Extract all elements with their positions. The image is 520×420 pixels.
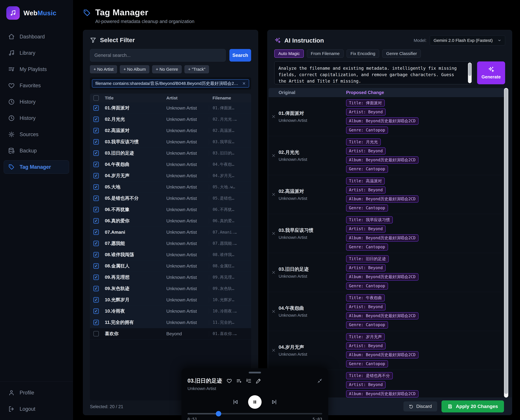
table-row[interactable]: 06.不再犹豫Unknown Artist06.不再犹… (90, 204, 251, 215)
add-to-playlist-icon[interactable] (236, 378, 242, 383)
proposed-change-chip[interactable]: Genre: Cantopop (346, 243, 388, 251)
row-checkbox[interactable] (93, 195, 99, 201)
review-scrollbar[interactable] (504, 88, 508, 398)
discard-button[interactable]: Discard (404, 401, 437, 412)
remove-change-button[interactable] (269, 154, 279, 158)
sidebar-item-history[interactable]: History (4, 95, 69, 109)
table-row[interactable]: 04.午夜怨曲Unknown Artist04.午夜怨… (90, 159, 251, 170)
quick-filter-chip[interactable]: + No Album (120, 65, 149, 73)
table-row[interactable]: 08.谁伴我闯荡Unknown Artist08.谁伴我… (90, 249, 251, 260)
table-row[interactable]: 10.光辉岁月Unknown Artist10.光辉岁… (90, 294, 251, 306)
row-checkbox[interactable] (93, 139, 99, 145)
row-checkbox[interactable] (93, 128, 99, 133)
row-checkbox[interactable] (93, 263, 99, 269)
proposed-change-chip[interactable]: Artist: Beyond (346, 264, 386, 271)
table-row[interactable]: 11.完全的拥有Unknown Artist11.完全的… (90, 317, 251, 328)
row-checkbox[interactable] (93, 173, 99, 179)
proposed-change-chip[interactable]: Artist: Beyond (346, 303, 386, 310)
sidebar-item-my-playlists[interactable]: My Playlists (4, 63, 69, 76)
proposed-change-chip[interactable]: Title: 旧日的足迹 (346, 255, 389, 262)
proposed-change-chip[interactable]: Artist: Beyond (346, 381, 386, 388)
row-checkbox[interactable] (93, 218, 99, 224)
column-header-filename[interactable]: Filename (209, 96, 251, 100)
proposed-change-chip[interactable]: Title: 我早应该习惯 (346, 216, 393, 224)
row-checkbox[interactable] (93, 308, 99, 314)
sidebar-item-profile[interactable]: Profile (4, 386, 69, 399)
proposed-change-chip[interactable]: Album: Beyond历史最好演唱会2CD (346, 117, 419, 125)
sidebar-item-favorites[interactable]: Favorites (4, 79, 69, 92)
proposed-change-chip[interactable]: Album: Beyond历史最好演唱会2CD (346, 273, 419, 280)
row-checkbox[interactable] (93, 229, 99, 235)
table-row[interactable]: 03.我早应该习惯Unknown Artist03.我早应… (90, 136, 251, 148)
table-row[interactable]: 01.俾面派对Unknown Artist01.俾面派… (90, 102, 251, 114)
row-checkbox[interactable] (93, 241, 99, 246)
row-checkbox[interactable] (93, 150, 99, 156)
row-checkbox[interactable] (93, 117, 99, 122)
proposed-change-chip[interactable]: Artist: Beyond (346, 225, 386, 232)
table-row[interactable]: 04.岁月无声Unknown Artist04.岁月无… (90, 170, 251, 181)
table-row[interactable]: 05.是错也再不分Unknown Artist05.是错也… (90, 193, 251, 204)
proposed-change-chip[interactable]: Artist: Beyond (346, 108, 386, 116)
column-header-artist[interactable]: Artist (166, 96, 209, 100)
seek-bar-thumb[interactable] (216, 411, 221, 416)
proposed-change-chip[interactable]: Title: 高温派对 (346, 177, 385, 185)
table-row[interactable]: 05.大地Unknown Artist05.大地.w… (90, 181, 251, 193)
remove-change-button[interactable] (269, 192, 279, 196)
instruction-input[interactable]: Analyze the filename and existing metada… (274, 61, 473, 84)
mode-chip-genre-classifier[interactable]: Genre Classifier (382, 49, 421, 58)
active-filter-chip[interactable]: filename contains:sharedata/音乐/Beyond/B0… (92, 79, 249, 88)
row-checkbox[interactable] (93, 252, 99, 257)
row-checkbox[interactable] (93, 105, 99, 111)
row-checkbox[interactable] (93, 184, 99, 190)
apply-changes-button[interactable]: Apply 20 Changes (442, 400, 504, 412)
favorite-icon[interactable] (226, 378, 232, 383)
mode-chip-from-filename[interactable]: From Filename (307, 49, 343, 58)
sidebar-item-logout[interactable]: Logout (4, 402, 69, 416)
select-all-checkbox[interactable] (93, 95, 99, 101)
table-row[interactable]: 07.AmaniUnknown Artist07.Amani.… (90, 226, 251, 238)
quick-filter-chip[interactable]: + No Artist (90, 65, 117, 73)
proposed-change-chip[interactable]: Album: Beyond历史最好演唱会2CD (346, 312, 419, 319)
proposed-change-chip[interactable]: Album: Beyond历史最好演唱会2CD (346, 351, 419, 359)
proposed-change-chip[interactable]: Title: 岁月无声 (346, 333, 385, 340)
sidebar-item-library[interactable]: Library (4, 46, 69, 60)
seek-bar[interactable] (187, 413, 322, 414)
row-checkbox[interactable] (93, 207, 99, 212)
previous-track-icon[interactable] (232, 398, 239, 405)
table-row[interactable]: 08.金属狂人Unknown Artist08.金属狂… (90, 260, 251, 272)
remove-filter-icon[interactable] (242, 82, 246, 85)
proposed-change-chip[interactable]: Artist: Beyond (346, 147, 386, 155)
proposed-change-chip[interactable]: Genre: Cantopop (346, 360, 388, 368)
table-row[interactable]: 09.再见理想Unknown Artist09.再见理… (90, 272, 251, 283)
proposed-change-chip[interactable]: Album: Beyond历史最好演唱会2CD (346, 195, 419, 202)
player-drag-handle[interactable] (249, 372, 261, 374)
table-row[interactable]: 02.高温派对Unknown Artist02.高温派… (90, 125, 251, 136)
sidebar-item-sources[interactable]: Sources (4, 128, 69, 141)
proposed-change-chip[interactable]: Title: 是错也再不分 (346, 372, 393, 379)
table-row[interactable]: 02.月光光Unknown Artist02.月光光.… (90, 114, 251, 125)
proposed-change-chip[interactable]: Title: 月光光 (346, 138, 381, 146)
remove-change-button[interactable] (269, 309, 279, 314)
proposed-change-chip[interactable]: Genre: Cantopop (346, 282, 388, 290)
proposed-change-chip[interactable]: Album: Beyond历史最好演唱会2CD (346, 157, 419, 164)
quick-filter-chip[interactable]: + No Genre (152, 65, 182, 73)
row-checkbox[interactable] (93, 275, 99, 280)
mode-chip-fix-encoding[interactable]: Fix Encoding (347, 49, 379, 58)
sidebar-item-backup[interactable]: Backup (4, 144, 69, 158)
row-checkbox[interactable] (93, 162, 99, 167)
proposed-change-chip[interactable]: Genre: Cantopop (346, 204, 388, 211)
row-checkbox[interactable] (93, 286, 99, 291)
proposed-change-chip[interactable]: Genre: Cantopop (346, 165, 388, 172)
generate-button[interactable]: Generate (477, 61, 505, 84)
proposed-change-chip[interactable]: Artist: Beyond (346, 187, 386, 194)
column-header-title[interactable]: Title (105, 96, 166, 100)
sidebar-item-history[interactable]: History (4, 112, 69, 125)
table-row[interactable]: 10.冷雨夜Unknown Artist10.冷雨夜.… (90, 306, 251, 317)
row-checkbox[interactable] (93, 297, 99, 303)
remove-change-button[interactable] (269, 232, 279, 235)
quick-filter-chip[interactable]: + "Track" (185, 65, 209, 73)
proposed-change-chip[interactable]: Title: 午夜怨曲 (346, 294, 385, 301)
proposed-change-chip[interactable]: Title: 俾面派对 (346, 99, 385, 106)
mode-chip-auto-magic[interactable]: Auto Magic (274, 49, 304, 58)
table-row[interactable]: 喜欢你Beyond01.喜欢你.… (90, 328, 251, 339)
